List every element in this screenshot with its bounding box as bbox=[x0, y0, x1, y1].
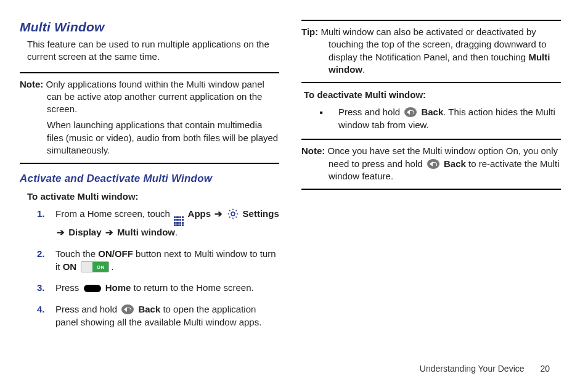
label-onoff: ON/OFF bbox=[98, 248, 133, 259]
tip-block: Tip: Multi window can also be activated … bbox=[301, 26, 561, 76]
step-text: Press and hold bbox=[55, 304, 120, 314]
step-text: Press bbox=[55, 282, 82, 293]
divider bbox=[301, 20, 561, 21]
divider bbox=[301, 189, 561, 190]
note-label: Note: bbox=[20, 79, 43, 89]
left-column: Multi Window This feature can be used to… bbox=[20, 20, 279, 354]
divider bbox=[20, 163, 279, 164]
step-text: Touch the bbox=[55, 248, 98, 259]
heading-multi-window: Multi Window bbox=[20, 20, 279, 35]
note-text-1: Only applications found within the Multi… bbox=[46, 79, 264, 115]
tip-label: Tip: bbox=[301, 27, 318, 37]
label-back: Back bbox=[444, 158, 466, 169]
step-4: 4. Press and hold Back to open the appli… bbox=[37, 303, 279, 329]
arrow-icon: ➔ bbox=[55, 227, 66, 237]
period: . bbox=[111, 261, 113, 272]
arrow-icon: ➔ bbox=[213, 208, 224, 219]
step-text: to return to the Home screen. bbox=[131, 282, 253, 293]
subhead-activate: To activate Multi window: bbox=[27, 191, 279, 202]
label-multi-window: Multi window bbox=[117, 227, 175, 237]
divider bbox=[20, 72, 279, 73]
divider bbox=[301, 82, 561, 83]
intro-text: This feature can be used to run multiple… bbox=[27, 38, 279, 63]
section-title: Understanding Your Device bbox=[420, 364, 525, 374]
divider bbox=[301, 139, 561, 140]
page-number: 20 bbox=[540, 364, 550, 374]
step-number: 1. bbox=[37, 208, 45, 221]
period: . bbox=[362, 64, 365, 75]
label-settings: Settings bbox=[243, 208, 279, 219]
bullet-text: Press and hold bbox=[338, 107, 402, 117]
subhead-deactivate: To deactivate Multi window: bbox=[304, 89, 561, 100]
back-icon bbox=[121, 304, 134, 314]
on-toggle-icon: ON bbox=[81, 261, 109, 272]
note-text-2: When launching applications that contain… bbox=[47, 119, 279, 157]
note-block-2: Note: Once you have set the Multi window… bbox=[301, 145, 561, 182]
step-3: 3. Press Home to return to the Home scre… bbox=[37, 282, 279, 295]
svg-point-0 bbox=[231, 212, 235, 216]
toggle-on-label: ON bbox=[92, 262, 108, 272]
step-1: 1. From a Home screen, touch Apps ➔ Sett… bbox=[37, 208, 279, 239]
step-number: 3. bbox=[37, 282, 45, 295]
step-text: From a Home screen, touch bbox=[55, 208, 173, 219]
step-2: 2. Touch the ON/OFF button next to Multi… bbox=[37, 248, 279, 273]
period: . bbox=[175, 227, 178, 237]
label-back: Back bbox=[421, 107, 443, 117]
note-label: Note: bbox=[301, 145, 325, 156]
label-back: Back bbox=[138, 304, 160, 314]
step-number: 2. bbox=[37, 248, 45, 261]
label-on: ON bbox=[63, 261, 77, 272]
step-number: 4. bbox=[37, 303, 45, 316]
back-icon bbox=[427, 159, 439, 169]
heading-activate-deactivate: Activate and Deactivate Multi Window bbox=[20, 173, 279, 185]
apps-icon bbox=[174, 216, 184, 226]
activate-steps: 1. From a Home screen, touch Apps ➔ Sett… bbox=[37, 208, 279, 329]
label-display: Display bbox=[68, 227, 101, 237]
label-apps: Apps bbox=[188, 208, 211, 219]
back-icon bbox=[404, 107, 417, 117]
note-block-1: Note: Only applications found within the… bbox=[20, 78, 279, 116]
right-column: Tip: Multi window can also be activated … bbox=[301, 20, 561, 354]
page-footer: Understanding Your Device 20 bbox=[420, 364, 550, 374]
list-item: Press and hold Back. This action hides t… bbox=[320, 106, 561, 131]
label-home: Home bbox=[105, 282, 131, 293]
manual-page: Multi Window This feature can be used to… bbox=[0, 0, 588, 392]
deactivate-list: Press and hold Back. This action hides t… bbox=[320, 106, 561, 131]
home-button-icon bbox=[84, 285, 101, 292]
settings-icon bbox=[227, 208, 239, 223]
tip-text: Multi window can also be activated or de… bbox=[321, 27, 546, 62]
arrow-icon: ➔ bbox=[104, 227, 115, 237]
